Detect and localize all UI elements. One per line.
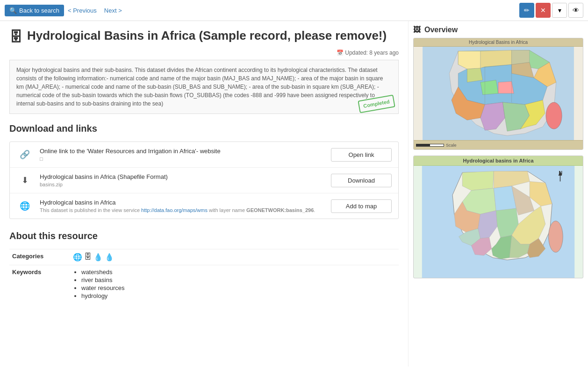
link-icon: 🔗 xyxy=(16,149,33,160)
cat-icon-1: 🌐 xyxy=(73,253,82,262)
page-title: Hydrological Basins in Africa (Sample re… xyxy=(27,28,387,44)
right-panel: 🖼 Overview Hydrological Basins in Africa xyxy=(408,21,588,367)
database-icon: 🗄 xyxy=(9,29,22,46)
calendar-icon: 📅 xyxy=(337,50,344,56)
download-info-1: Online link to the 'Water Resources and … xyxy=(40,148,324,162)
keyword-4: hydrology xyxy=(81,292,396,299)
download-row-3: 🌐 Hydrological basins in Africa This dat… xyxy=(10,193,398,219)
updated-info: 📅 Updated: 8 years ago xyxy=(9,50,399,56)
cat-icon-4: 💧 xyxy=(105,253,114,262)
add-to-map-button[interactable]: Add to map xyxy=(331,199,392,213)
more-button[interactable]: ▾ xyxy=(552,3,567,18)
map2-placeholder: N xyxy=(414,166,583,278)
svg-point-6 xyxy=(549,221,563,252)
wms-after: with layer name xyxy=(209,207,246,213)
cat-icon-3: 💧 xyxy=(93,253,103,262)
map-preview-2: Hydrological basins in Africa xyxy=(413,156,583,278)
download-sub-2: basins.zip xyxy=(40,182,324,187)
download-row-1: 🔗 Online link to the 'Water Resources an… xyxy=(10,142,398,168)
download-section-heading: Download and links xyxy=(9,123,399,136)
download-title-1: Online link to the 'Water Resources and … xyxy=(40,148,324,155)
map2-header: Hydrological basins in Africa xyxy=(414,156,583,166)
map1-footer: Scale xyxy=(414,140,583,149)
categories-row: Categories 🌐 🗄 💧 💧 xyxy=(9,249,399,265)
overview-title: 🖼 Overview xyxy=(413,26,583,34)
keyword-2: river basins xyxy=(81,276,396,283)
map2-svg: N xyxy=(414,166,583,278)
cat-icon-2: 🗄 xyxy=(84,253,92,262)
edit-button[interactable]: ✏ xyxy=(519,3,534,18)
description-text: Major hydrological basins and their sub-… xyxy=(16,67,383,107)
back-to-search-button[interactable]: 🔍 Back to search xyxy=(5,5,64,16)
keywords-label: Keywords xyxy=(9,265,70,304)
map1-placeholder xyxy=(414,47,583,140)
download-button[interactable]: Download xyxy=(331,174,392,187)
description-box: Major hydrological basins and their sub-… xyxy=(9,60,399,114)
search-icon: 🔍 xyxy=(9,7,17,14)
image-icon: 🖼 xyxy=(413,26,421,34)
keywords-row: Keywords watersheds river basins water r… xyxy=(9,265,399,304)
download-info-2: Hydrological basins in Africa (Shapefile… xyxy=(40,173,324,187)
top-bar: 🔍 Back to search < Previous Next > ✏ ✕ ▾… xyxy=(0,0,588,21)
categories-icons-cell: 🌐 🗄 💧 💧 xyxy=(70,249,399,265)
scale-bar xyxy=(416,144,444,147)
top-bar-actions: ✏ ✕ ▾ 👁 xyxy=(519,3,583,18)
delete-button[interactable]: ✕ xyxy=(536,3,551,18)
external-link-icon: □ xyxy=(40,156,43,162)
download-info-3: Hydrological basins in Africa This datas… xyxy=(40,199,324,213)
download-sub-3: This dataset is published in the view se… xyxy=(40,207,324,213)
svg-point-1 xyxy=(546,102,562,129)
scale-text: Scale xyxy=(446,143,457,148)
download-title-2: Hydrological basins in Africa (Shapefile… xyxy=(40,173,324,180)
about-section-heading: About this resource xyxy=(9,231,399,243)
download-icon: ⬇ xyxy=(16,175,33,185)
category-icons: 🌐 🗄 💧 💧 xyxy=(73,253,396,262)
map-preview-1: Hydrological Basins in Africa xyxy=(413,38,583,150)
keyword-1: watersheds xyxy=(81,269,396,276)
map1-header: Hydrological Basins in Africa xyxy=(414,38,583,47)
about-table: Categories 🌐 🗄 💧 💧 Keywords watersheds r… xyxy=(9,249,399,304)
download-row-2: ⬇ Hydrological basins in Africa (Shapefi… xyxy=(10,168,398,193)
download-title-3: Hydrological basins in Africa xyxy=(40,199,324,206)
download-sub-1: □ xyxy=(40,156,324,162)
left-panel: 🗄 Hydrological Basins in Africa (Sample … xyxy=(0,21,408,367)
keywords-cell: watersheds river basins water resources … xyxy=(70,265,399,304)
wms-layer-code: GEONETWORK:basins_296 xyxy=(246,207,314,213)
main-layout: 🗄 Hydrological Basins in Africa (Sample … xyxy=(0,21,588,367)
globe-icon: 🌐 xyxy=(16,201,33,211)
previous-link[interactable]: < Previous xyxy=(68,7,97,14)
next-link[interactable]: Next > xyxy=(104,7,122,14)
keywords-list: watersheds river basins water resources … xyxy=(81,269,396,299)
categories-label: Categories xyxy=(9,249,70,265)
wms-sub-text: This dataset is published in the view se… xyxy=(40,207,140,213)
map1-svg xyxy=(414,47,583,140)
view-button[interactable]: 👁 xyxy=(568,3,583,18)
download-table: 🔗 Online link to the 'Water Resources an… xyxy=(9,142,399,219)
page-title-area: 🗄 Hydrological Basins in Africa (Sample … xyxy=(9,28,399,46)
wms-link[interactable]: http://data.fao.org/maps/wms xyxy=(141,207,208,213)
keyword-3: water resources xyxy=(81,284,396,291)
open-link-button[interactable]: Open link xyxy=(331,148,392,162)
